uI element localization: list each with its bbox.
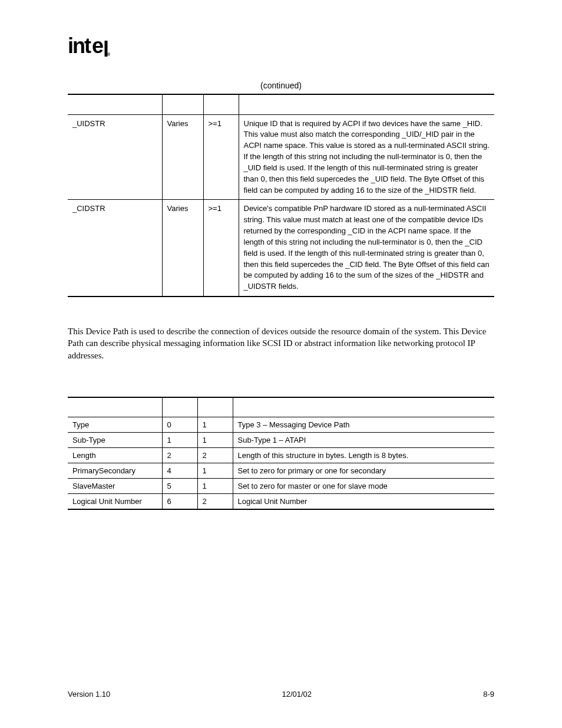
cell: Device's compatible PnP hardware ID stor…: [239, 200, 494, 297]
table2-header-3: [233, 397, 494, 417]
cell: Length: [68, 448, 162, 463]
cell: 4: [162, 463, 197, 479]
table-row: Sub-Type 1 1 Sub-Type 1 – ATAPI: [68, 433, 494, 448]
table1-header-2: [203, 94, 239, 114]
cell: Logical Unit Number: [68, 494, 162, 510]
cell: 1: [197, 479, 233, 494]
cell: 5: [162, 479, 197, 494]
acpi-fields-table: _UIDSTR Varies >=1 Unique ID that is req…: [68, 94, 494, 297]
page-footer: Version 1.10 12/01/02 8-9: [68, 690, 494, 699]
table-row: Logical Unit Number 6 2 Logical Unit Num…: [68, 494, 494, 510]
cell: Set to zero for primary or one for secon…: [233, 463, 494, 479]
section-paragraph: This Device Path is used to describe the…: [68, 325, 494, 361]
footer-date: 12/01/02: [282, 690, 312, 699]
cell: Length of this structure in bytes. Lengt…: [233, 448, 494, 463]
cell: >=1: [203, 200, 239, 297]
table2-header-0: [68, 397, 162, 417]
cell: Sub-Type 1 – ATAPI: [233, 433, 494, 448]
table1-header-0: [68, 94, 162, 114]
table2-header-1: [162, 397, 197, 417]
cell: Sub-Type: [68, 433, 162, 448]
footer-version: Version 1.10: [68, 690, 110, 699]
cell: >=1: [203, 114, 239, 200]
intel-logo: int e l ®: [68, 35, 494, 64]
cell: _UIDSTR: [68, 114, 162, 200]
table-row: Type 0 1 Type 3 – Messaging Device Path: [68, 417, 494, 433]
table-row: Length 2 2 Length of this structure in b…: [68, 448, 494, 463]
cell: 1: [162, 433, 197, 448]
cell: Unique ID that is required by ACPI if tw…: [239, 114, 494, 200]
cell: Set to zero for master or one for slave …: [233, 479, 494, 494]
cell: 1: [197, 433, 233, 448]
cell: PrimarySecondary: [68, 463, 162, 479]
cell: 1: [197, 417, 233, 433]
table-row: _UIDSTR Varies >=1 Unique ID that is req…: [68, 114, 494, 200]
cell: 0: [162, 417, 197, 433]
svg-text:int: int: [68, 35, 91, 58]
cell: 6: [162, 494, 197, 510]
table-row: PrimarySecondary 4 1 Set to zero for pri…: [68, 463, 494, 479]
table2-header-2: [197, 397, 233, 417]
cell: Type: [68, 417, 162, 433]
footer-page-number: 8-9: [483, 690, 494, 699]
table-row: _CIDSTR Varies >=1 Device's compatible P…: [68, 200, 494, 297]
svg-text:e: e: [92, 35, 103, 58]
cell: Logical Unit Number: [233, 494, 494, 510]
cell: 2: [197, 448, 233, 463]
page-content: int e l ® (continued) _UIDSTR Varies >=1…: [0, 0, 562, 510]
atapi-device-path-table: Type 0 1 Type 3 – Messaging Device Path …: [68, 397, 494, 510]
cell: Varies: [162, 200, 203, 297]
cell: 2: [162, 448, 197, 463]
cell: 1: [197, 463, 233, 479]
cell: _CIDSTR: [68, 200, 162, 297]
cell: 2: [197, 494, 233, 510]
cell: SlaveMaster: [68, 479, 162, 494]
table1-header-1: [162, 94, 203, 114]
table1-header-3: [239, 94, 494, 114]
continued-label: (continued): [68, 81, 494, 90]
table-row: SlaveMaster 5 1 Set to zero for master o…: [68, 479, 494, 494]
cell: Type 3 – Messaging Device Path: [233, 417, 494, 433]
svg-text:®: ®: [107, 52, 111, 57]
cell: Varies: [162, 114, 203, 200]
